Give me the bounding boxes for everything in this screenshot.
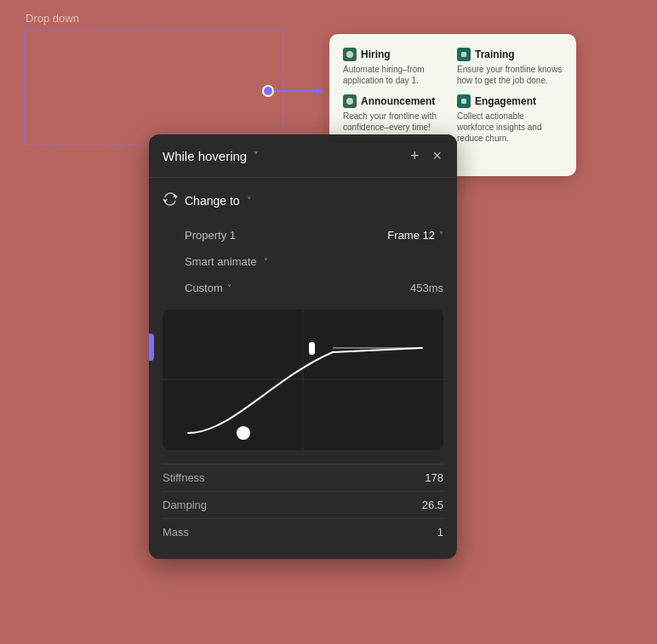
announcement-desc: Reach your frontline with confidence–eve… bbox=[343, 111, 448, 133]
dropdown-item-header: Engagement bbox=[457, 94, 563, 108]
mass-value[interactable]: 1 bbox=[437, 526, 443, 539]
hiring-desc: Automate hiring–from application to day … bbox=[343, 64, 448, 86]
custom-chevron-icon: ˅ bbox=[227, 283, 231, 293]
easing-curve-svg bbox=[163, 310, 443, 450]
dropdown-card-grid: Hiring Automate hiring–from application … bbox=[343, 48, 563, 144]
list-item[interactable]: Engagement Collect actionable workforce … bbox=[457, 94, 563, 144]
engagement-icon bbox=[457, 94, 471, 108]
panel-body: Change to ˅ Property 1 Frame 12 ˅ Smart … bbox=[149, 178, 457, 559]
custom-label: Custom bbox=[185, 282, 223, 294]
property-row[interactable]: Property 1 Frame 12 ˅ bbox=[163, 224, 443, 247]
dropdown-item-header: Announcement bbox=[343, 94, 448, 108]
mass-label: Mass bbox=[163, 526, 189, 539]
easing-curve-box[interactable] bbox=[163, 310, 443, 450]
connector-arrow bbox=[317, 87, 323, 95]
hiring-icon bbox=[343, 48, 357, 61]
change-to-icon bbox=[163, 191, 178, 210]
svg-rect-3 bbox=[461, 99, 466, 104]
custom-label-group[interactable]: Custom ˅ bbox=[185, 282, 231, 294]
panel-header-right: + × bbox=[408, 146, 443, 165]
property-value-chevron-icon: ˅ bbox=[439, 231, 443, 240]
canvas-area: Drop down Hiring Automate hiring–from ap… bbox=[0, 0, 657, 644]
panel-header-left: While hovering ˅ bbox=[163, 149, 259, 163]
change-to-chevron-icon: ˅ bbox=[247, 196, 252, 207]
interaction-panel: While hovering ˅ + × bbox=[149, 134, 457, 559]
stiffness-row: Stiffness 178 bbox=[163, 464, 443, 491]
svg-rect-1 bbox=[461, 52, 466, 57]
custom-duration: 453ms bbox=[410, 282, 443, 294]
add-button[interactable]: + bbox=[408, 146, 421, 165]
panel-title-chevron-icon[interactable]: ˅ bbox=[254, 151, 259, 162]
stiffness-label: Stiffness bbox=[163, 471, 205, 484]
damping-label: Damping bbox=[163, 499, 207, 511]
damping-value[interactable]: 26.5 bbox=[422, 499, 443, 511]
svg-point-8 bbox=[237, 426, 250, 440]
dropdown-item-header: Hiring bbox=[343, 48, 448, 61]
connector-dot bbox=[262, 85, 274, 97]
property-value-text: Frame 12 bbox=[387, 229, 435, 242]
connector-line bbox=[274, 90, 317, 92]
mass-row: Mass 1 bbox=[163, 518, 443, 545]
close-button[interactable]: × bbox=[431, 146, 443, 165]
connector bbox=[262, 85, 323, 97]
svg-rect-7 bbox=[309, 342, 315, 355]
svg-point-2 bbox=[346, 98, 353, 105]
damping-row: Damping 26.5 bbox=[163, 491, 443, 518]
svg-point-0 bbox=[346, 51, 353, 58]
list-item[interactable]: Training Ensure your frontline knows how… bbox=[457, 48, 563, 86]
property-label: Property 1 bbox=[185, 229, 236, 242]
announcement-title: Announcement bbox=[361, 95, 435, 107]
change-to-label: Change to bbox=[185, 194, 240, 208]
announcement-icon bbox=[343, 94, 357, 108]
dropdown-item-header: Training bbox=[457, 48, 563, 61]
change-to-section[interactable]: Change to ˅ bbox=[163, 191, 443, 210]
smart-animate-chevron-icon: ˅ bbox=[264, 257, 268, 266]
hiring-title: Hiring bbox=[361, 48, 391, 60]
panel-header: While hovering ˅ + × bbox=[149, 134, 457, 178]
smart-animate-label: Smart animate bbox=[185, 255, 257, 268]
training-desc: Ensure your frontline knows how to get t… bbox=[457, 64, 563, 86]
property-value[interactable]: Frame 12 ˅ bbox=[387, 229, 443, 242]
custom-row[interactable]: Custom ˅ 453ms bbox=[163, 276, 443, 299]
panel-title: While hovering bbox=[163, 149, 247, 163]
engagement-desc: Collect actionable workforce insights an… bbox=[457, 111, 563, 144]
training-title: Training bbox=[475, 48, 515, 60]
selection-box bbox=[24, 30, 283, 145]
training-icon bbox=[457, 48, 471, 61]
accent-dot bbox=[149, 333, 154, 361]
drop-down-label: Drop down bbox=[26, 12, 79, 25]
smart-animate-row[interactable]: Smart animate ˅ bbox=[163, 250, 443, 273]
list-item[interactable]: Hiring Automate hiring–from application … bbox=[343, 48, 448, 86]
engagement-title: Engagement bbox=[475, 95, 536, 107]
stiffness-value[interactable]: 178 bbox=[425, 471, 443, 484]
